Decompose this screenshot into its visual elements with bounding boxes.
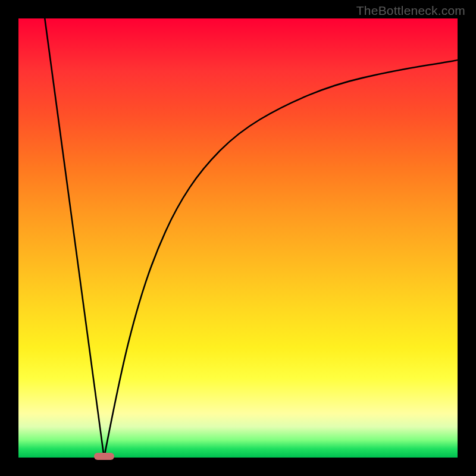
watermark-text: TheBottleneck.com [356, 4, 465, 18]
plot-area [18, 18, 458, 458]
curve-svg [18, 18, 458, 458]
chart-frame: TheBottleneck.com [0, 0, 476, 476]
left-line [45, 18, 104, 458]
bottom-pill-marker [94, 453, 114, 460]
right-curve [104, 60, 458, 458]
